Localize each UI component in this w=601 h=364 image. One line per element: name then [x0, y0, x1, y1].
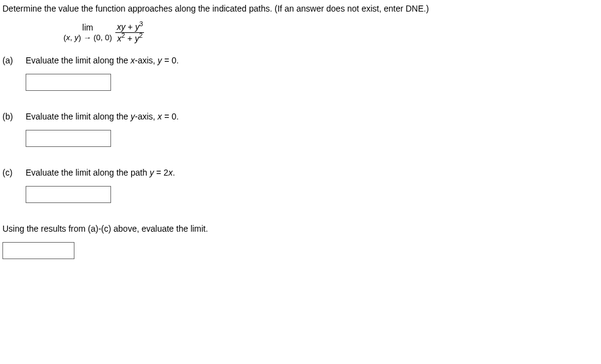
lim-label: lim: [63, 23, 112, 33]
part-a-body: Evaluate the limit along the x-axis, y =…: [26, 55, 599, 91]
final-section: Using the results from (a)-(c) above, ev…: [2, 224, 599, 259]
answer-input-c[interactable]: [26, 186, 111, 203]
limit-approach: (x, y) → (0, 0): [63, 33, 112, 43]
part-c-prompt: Evaluate the limit along the path y = 2x…: [26, 168, 599, 177]
final-prompt: Using the results from (a)-(c) above, ev…: [2, 224, 599, 234]
fraction-denominator: x2 + y2: [115, 33, 144, 43]
part-a-label: (a): [2, 55, 17, 91]
answer-input-a[interactable]: [26, 74, 111, 91]
part-b: (b) Evaluate the limit along the y-axis,…: [2, 112, 599, 147]
part-b-body: Evaluate the limit along the y-axis, x =…: [26, 112, 599, 147]
instructions-text: Determine the value the function approac…: [2, 4, 599, 13]
part-b-prompt: Evaluate the limit along the y-axis, x =…: [26, 112, 599, 121]
part-b-label: (b): [2, 112, 17, 147]
question-container: Determine the value the function approac…: [0, 0, 601, 269]
part-a: (a) Evaluate the limit along the x-axis,…: [2, 55, 599, 91]
part-c: (c) Evaluate the limit along the path y …: [2, 168, 599, 203]
fraction-numerator: xy + y3: [115, 22, 144, 33]
limit-fraction: xy + y3 x2 + y2: [115, 22, 144, 43]
part-c-body: Evaluate the limit along the path y = 2x…: [26, 168, 599, 203]
answer-input-b[interactable]: [26, 130, 111, 147]
limit-operator: lim (x, y) → (0, 0): [63, 23, 112, 42]
part-a-prompt: Evaluate the limit along the x-axis, y =…: [26, 55, 599, 65]
limit-expression: lim (x, y) → (0, 0) xy + y3 x2 + y2: [63, 22, 599, 43]
part-c-label: (c): [2, 168, 17, 203]
answer-input-final[interactable]: [2, 242, 74, 259]
